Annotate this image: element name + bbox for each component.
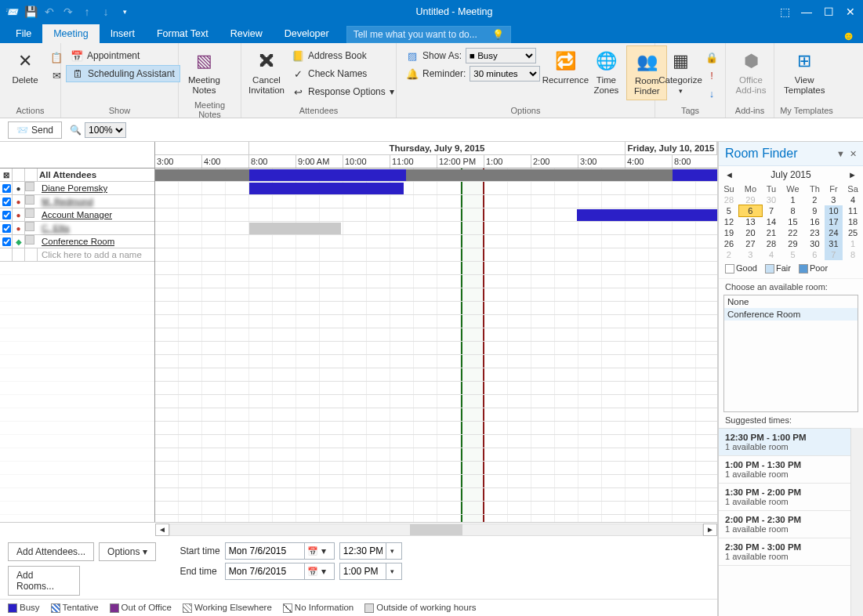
close-icon[interactable]: ✕ xyxy=(841,5,860,18)
calendar-day[interactable]: 20 xyxy=(739,227,762,238)
room-list-item[interactable]: Conference Room xyxy=(724,308,858,321)
redo-icon[interactable]: ↷ xyxy=(60,3,77,20)
calendar-day[interactable]: 29 xyxy=(739,194,762,205)
calendar-day[interactable]: 7 xyxy=(825,249,843,260)
calendar-day[interactable]: 2 xyxy=(719,249,739,260)
calendar-day[interactable]: 8 xyxy=(781,205,805,216)
calendar-day[interactable]: 2 xyxy=(805,194,825,205)
calendar-day[interactable]: 30 xyxy=(762,194,781,205)
response-options-button[interactable]: ↩Response Options ▾ xyxy=(287,83,399,100)
calendar-day[interactable]: 31 xyxy=(825,238,843,249)
suggested-time-item[interactable]: 2:30 PM - 3:00 PM1 available room xyxy=(719,538,850,566)
calendar-day[interactable]: 5 xyxy=(719,205,739,216)
categorize-button[interactable]: ▦Categorize▾ xyxy=(660,45,701,99)
end-date-input[interactable]: 📅▾ xyxy=(225,563,335,580)
maximize-icon[interactable]: ☐ xyxy=(819,5,838,18)
tab-file[interactable]: File xyxy=(5,24,42,43)
attendee-row[interactable]: ●M. Redmond xyxy=(0,195,154,208)
suggested-time-item[interactable]: 12:30 PM - 1:00 PM1 available room xyxy=(719,429,850,456)
attendee-row[interactable]: ●C. Ellis xyxy=(0,222,154,235)
calendar-day[interactable]: 19 xyxy=(719,227,739,238)
ribbon-options-icon[interactable]: ⬚ xyxy=(775,5,794,18)
calendar-day[interactable]: 1 xyxy=(843,238,863,249)
attendee-checkbox[interactable] xyxy=(2,197,11,205)
end-time-input[interactable]: ▾ xyxy=(339,563,402,580)
add-attendees-button[interactable]: Add Attendees... xyxy=(8,542,94,561)
calendar-day[interactable]: 30 xyxy=(805,238,825,249)
tell-me-input[interactable] xyxy=(354,29,492,40)
calendar-day[interactable]: 8 xyxy=(843,249,863,260)
calendar-day[interactable]: 16 xyxy=(805,216,825,227)
calendar-day[interactable]: 4 xyxy=(843,194,863,205)
add-rooms-button[interactable]: Add Rooms... xyxy=(8,566,80,596)
add-attendee-row[interactable]: Click here to add a name xyxy=(0,248,154,262)
attendee-checkbox[interactable] xyxy=(2,210,11,219)
attendee-checkbox[interactable] xyxy=(2,237,11,245)
delete-button[interactable]: ✕ Delete xyxy=(5,45,45,89)
next-month-icon[interactable]: ► xyxy=(848,170,857,179)
calendar-day[interactable]: 6 xyxy=(739,205,762,216)
scroll-right-icon[interactable]: ► xyxy=(703,524,717,536)
tell-me-search[interactable]: 💡 xyxy=(346,26,511,43)
calendar-day[interactable]: 10 xyxy=(825,205,843,216)
prev-month-icon[interactable]: ◄ xyxy=(725,170,734,179)
start-time-input[interactable]: ▾ xyxy=(339,542,402,560)
high-importance-button[interactable]: ! xyxy=(701,67,723,84)
start-date-input[interactable]: 📅▾ xyxy=(225,542,335,560)
recurrence-button[interactable]: 🔁Recurrence xyxy=(545,45,586,89)
check-names-button[interactable]: ✓Check Names xyxy=(287,65,399,82)
tab-format-text[interactable]: Format Text xyxy=(146,24,219,43)
pane-dropdown-icon[interactable]: ▼ xyxy=(836,149,845,159)
show-as-select[interactable]: ■ Busy xyxy=(466,48,536,63)
calendar-day[interactable]: 25 xyxy=(843,227,863,238)
office-addins-button[interactable]: ⬢Office Add-ins xyxy=(731,45,771,99)
mini-calendar[interactable]: SuMoTuWeThFrSa28293012345678910111213141… xyxy=(719,183,863,260)
tab-meeting[interactable]: Meeting xyxy=(42,24,99,43)
save-icon[interactable]: 💾 xyxy=(22,3,39,20)
attendee-row[interactable]: ◆Conference Room xyxy=(0,235,154,248)
attendee-checkbox[interactable] xyxy=(2,223,11,232)
suggested-times-list[interactable]: 12:30 PM - 1:00 PM1 available room1:00 P… xyxy=(719,428,850,616)
suggested-time-item[interactable]: 2:00 PM - 2:30 PM1 available room xyxy=(719,511,850,538)
tab-review[interactable]: Review xyxy=(219,24,274,43)
calendar-day[interactable]: 21 xyxy=(762,227,781,238)
calendar-day[interactable]: 23 xyxy=(805,227,825,238)
reminder-select[interactable]: 30 minutes xyxy=(470,66,540,82)
tab-developer[interactable]: Developer xyxy=(274,24,340,43)
send-button[interactable]: 📨Send xyxy=(8,121,62,139)
qat-dropdown-icon[interactable]: ▾ xyxy=(116,3,133,20)
calendar-day[interactable]: 28 xyxy=(762,238,781,249)
calendar-day[interactable]: 5 xyxy=(781,249,805,260)
address-book-button[interactable]: 📒Address Book xyxy=(287,47,399,64)
calendar-day[interactable]: 3 xyxy=(739,249,762,260)
calendar-day[interactable]: 29 xyxy=(781,238,805,249)
calendar-day[interactable]: 15 xyxy=(781,216,805,227)
zoom-select[interactable]: 100% xyxy=(85,122,126,138)
calendar-day[interactable]: 6 xyxy=(805,249,825,260)
calendar-day[interactable]: 4 xyxy=(762,249,781,260)
time-grid[interactable]: Thursday, July 9, 2015 Friday, July 10, … xyxy=(155,142,717,522)
low-importance-button[interactable]: ↓ xyxy=(701,85,723,102)
horizontal-scrollbar[interactable]: ◄ ► xyxy=(0,522,717,536)
cancel-invitation-button[interactable]: 🗙 Cancel Invitation xyxy=(246,45,287,99)
calendar-day[interactable]: 17 xyxy=(825,216,843,227)
attendee-row[interactable]: ●Account Manager xyxy=(0,208,154,222)
vertical-scrollbar[interactable] xyxy=(850,428,863,616)
calendar-day[interactable]: 26 xyxy=(719,238,739,249)
undo-icon[interactable]: ↶ xyxy=(41,3,58,20)
view-templates-button[interactable]: ⊞View Templates xyxy=(779,45,829,99)
calendar-day[interactable]: 28 xyxy=(719,194,739,205)
room-list[interactable]: NoneConference Room xyxy=(723,295,858,412)
tab-insert[interactable]: Insert xyxy=(100,24,146,43)
scheduling-assistant-button[interactable]: 🗓Scheduling Assistant xyxy=(66,65,180,82)
suggested-time-item[interactable]: 1:00 PM - 1:30 PM1 available room xyxy=(719,456,850,484)
prev-icon[interactable]: ↑ xyxy=(78,3,96,20)
calendar-day[interactable]: 24 xyxy=(825,227,843,238)
scroll-left-icon[interactable]: ◄ xyxy=(155,524,169,536)
calendar-day[interactable]: 12 xyxy=(719,216,739,227)
calendar-day[interactable]: 18 xyxy=(843,216,863,227)
room-list-item[interactable]: None xyxy=(724,295,858,308)
next-icon[interactable]: ↓ xyxy=(97,3,114,20)
zoom-icon[interactable]: 🔍 xyxy=(70,125,82,136)
calendar-day[interactable]: 14 xyxy=(762,216,781,227)
